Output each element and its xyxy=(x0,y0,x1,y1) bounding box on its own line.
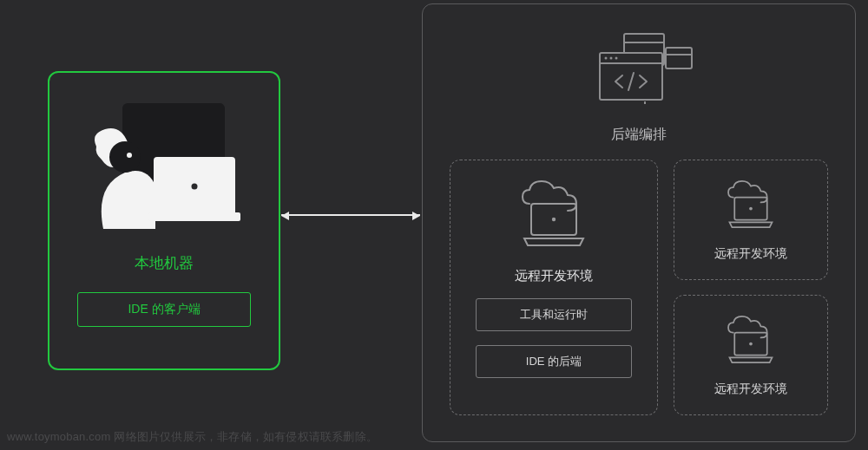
main-rde-box: 远程开发环境 工具和运行时 IDE 的后端 xyxy=(450,160,658,415)
local-machine-title: 本地机器 xyxy=(135,253,194,273)
side-rde-box-2: 远程开发环境 xyxy=(674,295,828,415)
svg-point-5 xyxy=(192,184,198,190)
svg-point-2 xyxy=(127,153,132,158)
svg-point-14 xyxy=(615,57,618,60)
svg-rect-10 xyxy=(600,53,662,100)
double-arrow-icon xyxy=(412,212,420,220)
cloud-laptop-icon xyxy=(720,179,781,236)
svg-point-18 xyxy=(552,218,556,221)
local-machine-box: 本地机器 IDE 的客户端 xyxy=(48,71,280,370)
cloud-laptop-icon xyxy=(720,314,781,371)
watermark-text: www.toymoban.com 网络图片仅供展示，非存储，如有侵权请联系删除。 xyxy=(7,429,378,445)
svg-rect-8 xyxy=(666,48,692,68)
person-laptop-illustration xyxy=(86,103,242,229)
side-rde-1-label: 远程开发环境 xyxy=(714,246,787,262)
backend-orchestration-box: 后端编排 远程开发环境 工具和运行时 IDE 的后端 xyxy=(422,3,856,442)
side-rde-stack: 远程开发环境 远程开发环境 xyxy=(674,160,828,415)
svg-point-12 xyxy=(605,57,608,60)
windows-code-icon xyxy=(582,32,695,110)
main-rde-title: 远程开发环境 xyxy=(515,268,593,284)
side-rde-2-label: 远程开发环境 xyxy=(714,382,787,397)
rde-columns: 远程开发环境 工具和运行时 IDE 的后端 远程开发环境 xyxy=(423,160,855,415)
svg-point-22 xyxy=(749,342,753,345)
svg-rect-4 xyxy=(148,212,240,221)
side-rde-box-1: 远程开发环境 xyxy=(674,160,828,280)
ide-backend-box: IDE 的后端 xyxy=(476,345,632,378)
svg-point-1 xyxy=(109,141,141,173)
svg-point-13 xyxy=(610,57,613,60)
tools-runtime-box: 工具和运行时 xyxy=(476,298,632,331)
double-arrow-line xyxy=(281,214,420,216)
ide-client-box: IDE 的客户端 xyxy=(77,292,251,327)
svg-point-20 xyxy=(749,206,753,210)
orchestration-title: 后端编排 xyxy=(611,126,667,144)
cloud-laptop-icon xyxy=(512,178,595,256)
